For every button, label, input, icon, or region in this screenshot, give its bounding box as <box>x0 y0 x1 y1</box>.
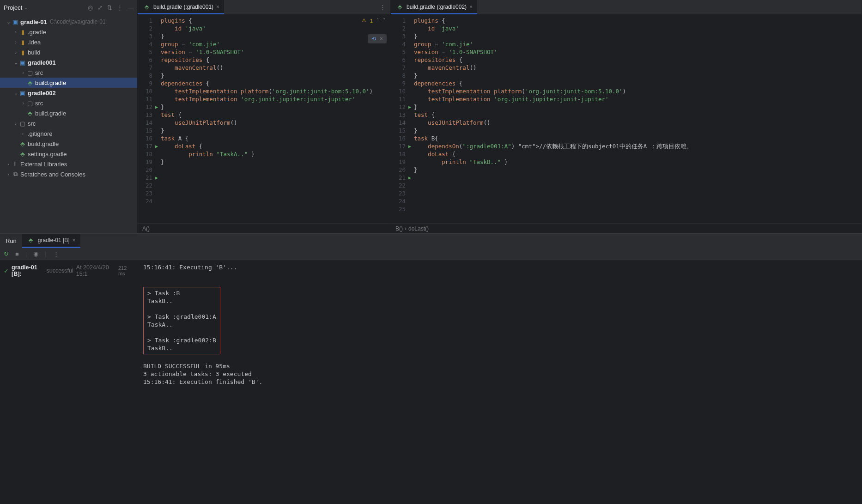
tree-file-settings[interactable]: ⬘ settings.gradle <box>0 149 137 159</box>
more-icon[interactable]: ⋮ <box>53 250 59 257</box>
inspection-badge[interactable]: ⚠1 ˄ ˅ <box>362 18 386 24</box>
tree-file-gitignore[interactable]: ◦ .gitignore <box>0 128 137 139</box>
tree-folder-src[interactable]: ›▢ src <box>0 118 137 128</box>
gutter: 123456789101112131415161718192021222324 <box>138 15 159 223</box>
tree-folder-g002-src[interactable]: ›▢ src <box>0 98 137 108</box>
gutter: 1234567891011121314151617181920212223242… <box>391 15 412 223</box>
tree-root[interactable]: ⌄▣ gradle-01 C:\code\java\gradle-01 <box>0 17 137 27</box>
run-result-row[interactable]: ✓ gradle-01 [B]: successful At 2024/4/20… <box>4 264 133 277</box>
close-icon[interactable]: × <box>73 237 76 243</box>
tree-module-gradle001[interactable]: ⌄▣ gradle001 <box>0 57 137 67</box>
hide-icon[interactable]: — <box>127 4 134 11</box>
tree-file-root-build[interactable]: ⬘ build.gradle <box>0 139 137 149</box>
console-highlight-box: > Task :B TaskB.. > Task :gradle001:A Ta… <box>143 287 220 354</box>
tree-module-gradle002[interactable]: ⌄▣ gradle002 <box>0 88 137 98</box>
next-problem-icon[interactable]: ˅ <box>383 18 386 24</box>
run-panel-title: Run <box>0 237 22 244</box>
close-icon[interactable]: × <box>216 4 219 10</box>
run-tab[interactable]: ⬘ gradle-01 [B] × <box>22 234 80 248</box>
expand-icon[interactable]: ⤢ <box>97 4 103 11</box>
collapse-icon[interactable]: ⇅ <box>107 4 112 11</box>
breadcrumb-2[interactable]: B() › doLast() <box>391 223 862 233</box>
tree-file-g001-build[interactable]: ⬘ build.gradle <box>0 78 137 88</box>
gradle-sync-button[interactable]: ⟲ × <box>368 34 387 43</box>
stop-icon[interactable]: ■ <box>15 250 19 257</box>
editor-pane-2: ⬘ build.gradle (:gradle002) × 1234567891… <box>391 0 862 233</box>
close-icon[interactable]: × <box>380 36 383 42</box>
run-tree: ✓ gradle-01 [B]: successful At 2024/4/20… <box>0 261 137 504</box>
close-icon[interactable]: × <box>469 4 473 10</box>
tree-file-g002-build[interactable]: ⬘ build.gradle <box>0 108 137 118</box>
editor-tab-2-label: build.gradle (:gradle002) <box>407 4 467 10</box>
tree-scratches[interactable]: ›⧉ Scratches and Consoles <box>0 169 137 179</box>
project-tree: ⌄▣ gradle-01 C:\code\java\gradle-01 ›▮ .… <box>0 15 137 181</box>
editor-tab-1-label: build.gradle (:gradle001) <box>153 4 213 10</box>
more-icon[interactable]: ⋮ <box>117 4 123 11</box>
tab-menu-icon[interactable]: ⋮ <box>375 4 390 11</box>
editor-tab-1[interactable]: ⬘ build.gradle (:gradle001) × <box>138 0 224 14</box>
project-title[interactable]: Project ⌄ <box>4 4 88 11</box>
tree-folder-gradle[interactable]: ›▮ .gradle <box>0 27 137 37</box>
breadcrumb-1[interactable]: A() <box>138 223 390 233</box>
code-editor-2[interactable]: plugins { id 'java'}group = 'com.jie'ver… <box>412 15 862 223</box>
success-icon: ✓ <box>4 267 9 274</box>
tree-folder-g001-src[interactable]: ›▢ src <box>0 67 137 78</box>
rerun-icon[interactable]: ↻ <box>4 250 9 257</box>
prev-problem-icon[interactable]: ˄ <box>376 18 379 24</box>
tree-folder-build[interactable]: ›▮ build <box>0 47 137 57</box>
tree-external-libs[interactable]: ›⫴ External Libraries <box>0 159 137 169</box>
project-sidebar: Project ⌄ ◎ ⤢ ⇅ ⋮ — ⌄▣ gradle-01 C:\code… <box>0 0 138 233</box>
run-panel: Run ⬘ gradle-01 [B] × ↻ ■ | ◉ | ⋮ ✓ grad… <box>0 233 862 504</box>
code-editor-1[interactable]: plugins { id 'java'}group = 'com.jie'ver… <box>159 15 390 223</box>
tree-folder-idea[interactable]: ›▮ .idea <box>0 37 137 47</box>
locate-icon[interactable]: ◎ <box>88 4 93 11</box>
view-icon[interactable]: ◉ <box>33 250 38 257</box>
editor-tab-2[interactable]: ⬘ build.gradle (:gradle002) × <box>391 0 477 14</box>
editor-pane-1: ⬘ build.gradle (:gradle001) × ⋮ ⚠1 ˄ ˅ ⟲… <box>138 0 391 233</box>
run-console[interactable]: 15:16:41: Executing 'B'... > Task :B Tas… <box>137 261 862 504</box>
